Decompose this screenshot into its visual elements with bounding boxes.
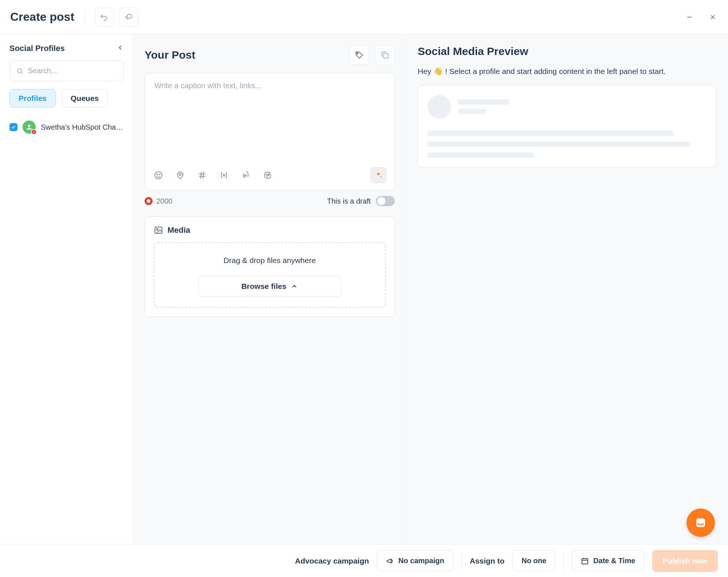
svg-point-5 xyxy=(28,125,31,127)
datetime-button[interactable]: Date & Time xyxy=(572,550,644,571)
location-icon xyxy=(176,170,185,180)
undo-button[interactable] xyxy=(95,8,114,27)
hashtag-icon xyxy=(197,170,207,180)
mention-button[interactable] xyxy=(262,170,273,181)
media-card: Media Drag & drop files anywhere Browse … xyxy=(145,216,395,317)
svg-point-7 xyxy=(357,53,358,54)
assign-value: No one xyxy=(522,557,546,565)
preview-title: Social Media Preview xyxy=(418,45,716,58)
skeleton-line xyxy=(428,131,673,136)
media-dropzone[interactable]: Drag & drop files anywhere Browse files xyxy=(154,242,386,308)
char-counter-badge xyxy=(145,197,153,205)
browse-files-button[interactable]: Browse files xyxy=(198,276,342,297)
svg-point-18 xyxy=(266,174,268,176)
location-button[interactable] xyxy=(175,170,186,181)
page-title: Create post xyxy=(10,10,74,24)
assign-label: Assign to xyxy=(470,557,505,565)
tag-icon xyxy=(355,50,364,60)
dropzone-text: Drag & drop files anywhere xyxy=(162,256,378,265)
minimize-icon xyxy=(686,13,693,21)
profile-avatar xyxy=(23,121,36,134)
publish-button[interactable]: Publish now xyxy=(652,550,718,572)
divider xyxy=(84,9,85,25)
copy-button[interactable] xyxy=(375,45,395,65)
preview-hint: Hey 👋 ! Select a profile and start addin… xyxy=(418,67,716,76)
campaign-select[interactable]: No campaign xyxy=(377,550,453,571)
svg-point-3 xyxy=(17,68,21,72)
search-box[interactable] xyxy=(9,60,124,81)
snippet-button[interactable] xyxy=(240,170,251,181)
composer-panel: Your Post xyxy=(134,34,406,544)
datetime-label: Date & Time xyxy=(593,557,635,565)
chevron-left-icon xyxy=(117,44,124,51)
draft-label: This is a draft xyxy=(327,197,371,205)
toggle-knob xyxy=(377,197,385,205)
minimize-button[interactable] xyxy=(684,12,694,22)
footer: Advocacy campaign No campaign Assign to … xyxy=(0,544,728,577)
svg-point-17 xyxy=(245,175,246,176)
svg-point-12 xyxy=(179,173,181,175)
skeleton-line xyxy=(458,99,509,105)
help-fab[interactable] xyxy=(686,509,715,537)
tag-button[interactable] xyxy=(350,45,369,65)
browse-files-label: Browse files xyxy=(241,282,287,291)
divider xyxy=(563,553,564,569)
comment-button[interactable] xyxy=(119,8,138,27)
calendar-icon xyxy=(581,557,589,565)
svg-point-9 xyxy=(155,172,162,179)
composer-card xyxy=(145,73,395,190)
media-title: Media xyxy=(168,225,190,235)
check-icon xyxy=(11,125,16,130)
svg-line-16 xyxy=(203,172,204,179)
preview-card xyxy=(418,85,716,168)
caption-input[interactable] xyxy=(154,81,385,154)
svg-point-10 xyxy=(157,174,158,175)
close-button[interactable] xyxy=(708,12,718,22)
profile-name: Swetha's HubSpot Cha… xyxy=(41,123,124,132)
svg-rect-26 xyxy=(696,518,705,527)
megaphone-icon xyxy=(386,557,394,565)
image-icon xyxy=(154,225,163,235)
svg-point-6 xyxy=(33,131,34,132)
skeleton-line xyxy=(428,142,690,147)
assign-select[interactable]: No one xyxy=(512,550,555,571)
emoji-button[interactable] xyxy=(153,170,164,181)
platform-icon xyxy=(146,199,151,203)
intercom-icon xyxy=(694,516,707,529)
composer-title: Your Post xyxy=(145,49,195,61)
campaign-value: No campaign xyxy=(398,557,444,565)
chevron-up-icon xyxy=(291,283,298,290)
undo-icon xyxy=(100,12,109,22)
skeleton-line xyxy=(428,153,534,158)
mention-icon xyxy=(263,170,272,180)
tab-profiles[interactable]: Profiles xyxy=(9,89,56,107)
emoji-icon xyxy=(154,170,163,180)
svg-point-11 xyxy=(159,174,160,175)
wave-emoji: 👋 xyxy=(433,67,443,75)
profile-checkbox[interactable] xyxy=(9,123,17,131)
variable-icon xyxy=(219,170,229,180)
sparkle-icon xyxy=(374,171,382,179)
svg-line-15 xyxy=(201,172,201,179)
tab-queues[interactable]: Queues xyxy=(62,89,108,107)
ai-assist-button[interactable] xyxy=(370,167,386,183)
variable-button[interactable] xyxy=(219,170,229,181)
header: Create post xyxy=(0,0,728,34)
search-input[interactable] xyxy=(28,67,117,75)
svg-rect-22 xyxy=(582,558,588,564)
svg-point-21 xyxy=(157,229,158,230)
char-counter: 2000 xyxy=(156,197,173,205)
close-icon xyxy=(709,13,716,21)
advocacy-label: Advocacy campaign xyxy=(295,557,369,565)
profile-row[interactable]: Swetha's HubSpot Cha… xyxy=(9,118,124,137)
platform-badge-icon xyxy=(31,129,37,135)
svg-line-4 xyxy=(21,72,23,74)
collapse-sidebar-button[interactable] xyxy=(117,44,124,53)
draft-toggle[interactable] xyxy=(376,196,395,206)
skeleton-avatar xyxy=(428,95,451,118)
preview-panel: Social Media Preview Hey 👋 ! Select a pr… xyxy=(406,34,728,544)
skeleton-line xyxy=(458,109,486,114)
chat-icon xyxy=(124,12,133,22)
hashtag-button[interactable] xyxy=(197,170,208,181)
search-icon xyxy=(16,67,23,75)
